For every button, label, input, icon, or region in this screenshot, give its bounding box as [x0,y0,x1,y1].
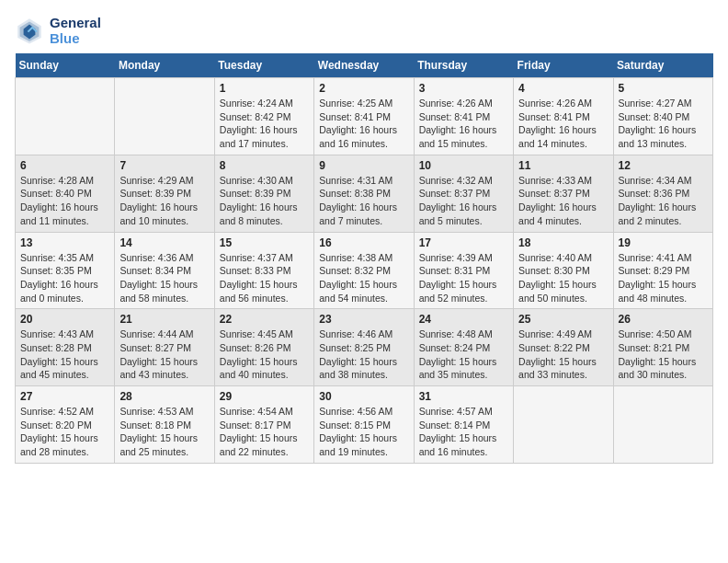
day-info: Sunrise: 4:25 AM Sunset: 8:41 PM Dayligh… [319,97,408,151]
day-info: Sunrise: 4:48 AM Sunset: 8:24 PM Dayligh… [419,327,508,382]
calendar-cell: 26Sunrise: 4:50 AM Sunset: 8:21 PM Dayli… [613,309,712,386]
calendar-cell: 18Sunrise: 4:40 AM Sunset: 8:30 PM Dayli… [514,232,613,309]
calendar-cell: 25Sunrise: 4:49 AM Sunset: 8:22 PM Dayli… [514,309,613,386]
day-info: Sunrise: 4:32 AM Sunset: 8:37 PM Dayligh… [419,174,508,228]
day-number: 21 [119,313,209,326]
weekday-header-thursday: Thursday [414,53,513,78]
day-number: 18 [518,236,608,249]
weekday-header-saturday: Saturday [613,53,712,78]
logo-text: General Blue [50,15,101,46]
calendar-cell: 1Sunrise: 4:24 AM Sunset: 8:42 PM Daylig… [214,78,313,155]
calendar-cell: 4Sunrise: 4:26 AM Sunset: 8:41 PM Daylig… [514,78,613,155]
day-number: 8 [220,159,309,172]
calendar-cell: 9Sunrise: 4:31 AM Sunset: 8:38 PM Daylig… [314,155,414,232]
day-info: Sunrise: 4:49 AM Sunset: 8:22 PM Dayligh… [518,327,608,382]
day-number: 13 [20,236,109,249]
calendar-cell: 7Sunrise: 4:29 AM Sunset: 8:39 PM Daylig… [115,155,214,232]
page-header: General Blue [15,15,713,46]
day-number: 24 [419,313,508,326]
day-info: Sunrise: 4:26 AM Sunset: 8:41 PM Dayligh… [419,97,508,151]
day-number: 29 [220,390,309,403]
day-number: 20 [20,313,109,326]
day-info: Sunrise: 4:57 AM Sunset: 8:14 PM Dayligh… [419,405,508,459]
day-number: 2 [319,82,408,95]
calendar-cell: 28Sunrise: 4:53 AM Sunset: 8:18 PM Dayli… [115,386,214,464]
day-number: 19 [619,236,708,249]
calendar-cell: 15Sunrise: 4:37 AM Sunset: 8:33 PM Dayli… [214,232,313,309]
day-number: 12 [619,159,708,172]
day-number: 14 [119,236,209,249]
calendar-cell: 8Sunrise: 4:30 AM Sunset: 8:39 PM Daylig… [214,155,313,232]
calendar-week-3: 13Sunrise: 4:35 AM Sunset: 8:35 PM Dayli… [16,232,713,309]
day-number: 26 [619,313,708,326]
day-info: Sunrise: 4:36 AM Sunset: 8:34 PM Dayligh… [119,251,209,305]
weekday-header-friday: Friday [514,53,613,78]
weekday-header-tuesday: Tuesday [214,53,313,78]
calendar-cell: 22Sunrise: 4:45 AM Sunset: 8:26 PM Dayli… [214,309,313,386]
day-info: Sunrise: 4:31 AM Sunset: 8:38 PM Dayligh… [319,174,408,228]
calendar-cell: 5Sunrise: 4:27 AM Sunset: 8:40 PM Daylig… [613,78,712,155]
calendar-cell: 17Sunrise: 4:39 AM Sunset: 8:31 PM Dayli… [414,232,513,309]
day-number: 6 [20,159,109,172]
day-info: Sunrise: 4:28 AM Sunset: 8:40 PM Dayligh… [20,174,109,228]
calendar-cell: 3Sunrise: 4:26 AM Sunset: 8:41 PM Daylig… [414,78,513,155]
day-info: Sunrise: 4:38 AM Sunset: 8:32 PM Dayligh… [319,251,408,305]
day-info: Sunrise: 4:26 AM Sunset: 8:41 PM Dayligh… [518,97,608,151]
calendar-cell: 12Sunrise: 4:34 AM Sunset: 8:36 PM Dayli… [613,155,712,232]
day-number: 7 [119,159,209,172]
day-number: 30 [319,390,408,403]
day-info: Sunrise: 4:40 AM Sunset: 8:30 PM Dayligh… [518,251,608,305]
calendar-week-4: 20Sunrise: 4:43 AM Sunset: 8:28 PM Dayli… [16,309,713,386]
day-number: 10 [419,159,508,172]
weekday-header-sunday: Sunday [16,53,115,78]
calendar-cell: 31Sunrise: 4:57 AM Sunset: 8:14 PM Dayli… [414,386,513,464]
calendar-table: SundayMondayTuesdayWednesdayThursdayFrid… [15,53,713,464]
calendar-cell: 29Sunrise: 4:54 AM Sunset: 8:17 PM Dayli… [214,386,313,464]
day-info: Sunrise: 4:53 AM Sunset: 8:18 PM Dayligh… [119,405,209,459]
calendar-cell: 11Sunrise: 4:33 AM Sunset: 8:37 PM Dayli… [514,155,613,232]
calendar-cell: 23Sunrise: 4:46 AM Sunset: 8:25 PM Dayli… [314,309,414,386]
day-number: 9 [319,159,408,172]
day-info: Sunrise: 4:35 AM Sunset: 8:35 PM Dayligh… [20,251,109,305]
calendar-cell: 21Sunrise: 4:44 AM Sunset: 8:27 PM Dayli… [115,309,214,386]
calendar-cell [613,386,712,464]
day-number: 11 [518,159,608,172]
day-info: Sunrise: 4:29 AM Sunset: 8:39 PM Dayligh… [119,174,209,228]
calendar-cell: 27Sunrise: 4:52 AM Sunset: 8:20 PM Dayli… [16,386,115,464]
calendar-cell: 10Sunrise: 4:32 AM Sunset: 8:37 PM Dayli… [414,155,513,232]
day-number: 27 [20,390,109,403]
day-info: Sunrise: 4:37 AM Sunset: 8:33 PM Dayligh… [220,251,309,305]
day-number: 17 [419,236,508,249]
day-number: 5 [619,82,708,95]
day-info: Sunrise: 4:41 AM Sunset: 8:29 PM Dayligh… [619,251,708,305]
calendar-cell: 2Sunrise: 4:25 AM Sunset: 8:41 PM Daylig… [314,78,414,155]
weekday-header-wednesday: Wednesday [314,53,414,78]
day-info: Sunrise: 4:56 AM Sunset: 8:15 PM Dayligh… [319,405,408,459]
day-info: Sunrise: 4:52 AM Sunset: 8:20 PM Dayligh… [20,405,109,459]
calendar-cell: 6Sunrise: 4:28 AM Sunset: 8:40 PM Daylig… [16,155,115,232]
day-number: 22 [220,313,309,326]
day-info: Sunrise: 4:27 AM Sunset: 8:40 PM Dayligh… [619,97,708,151]
calendar-cell: 30Sunrise: 4:56 AM Sunset: 8:15 PM Dayli… [314,386,414,464]
calendar-cell: 19Sunrise: 4:41 AM Sunset: 8:29 PM Dayli… [613,232,712,309]
calendar-week-2: 6Sunrise: 4:28 AM Sunset: 8:40 PM Daylig… [16,155,713,232]
day-number: 16 [319,236,408,249]
day-info: Sunrise: 4:45 AM Sunset: 8:26 PM Dayligh… [220,327,309,382]
weekday-header-row: SundayMondayTuesdayWednesdayThursdayFrid… [16,53,713,78]
day-number: 15 [220,236,309,249]
calendar-cell [115,78,214,155]
calendar-cell: 13Sunrise: 4:35 AM Sunset: 8:35 PM Dayli… [16,232,115,309]
day-number: 31 [419,390,508,403]
day-info: Sunrise: 4:24 AM Sunset: 8:42 PM Dayligh… [220,97,309,151]
calendar-week-1: 1Sunrise: 4:24 AM Sunset: 8:42 PM Daylig… [16,78,713,155]
day-info: Sunrise: 4:54 AM Sunset: 8:17 PM Dayligh… [220,405,309,459]
calendar-week-5: 27Sunrise: 4:52 AM Sunset: 8:20 PM Dayli… [16,386,713,464]
day-info: Sunrise: 4:46 AM Sunset: 8:25 PM Dayligh… [319,327,408,382]
day-info: Sunrise: 4:50 AM Sunset: 8:21 PM Dayligh… [619,327,708,382]
day-info: Sunrise: 4:43 AM Sunset: 8:28 PM Dayligh… [20,327,109,382]
day-info: Sunrise: 4:30 AM Sunset: 8:39 PM Dayligh… [220,174,309,228]
calendar-cell: 14Sunrise: 4:36 AM Sunset: 8:34 PM Dayli… [115,232,214,309]
day-info: Sunrise: 4:33 AM Sunset: 8:37 PM Dayligh… [518,174,608,228]
calendar-cell [514,386,613,464]
day-number: 3 [419,82,508,95]
